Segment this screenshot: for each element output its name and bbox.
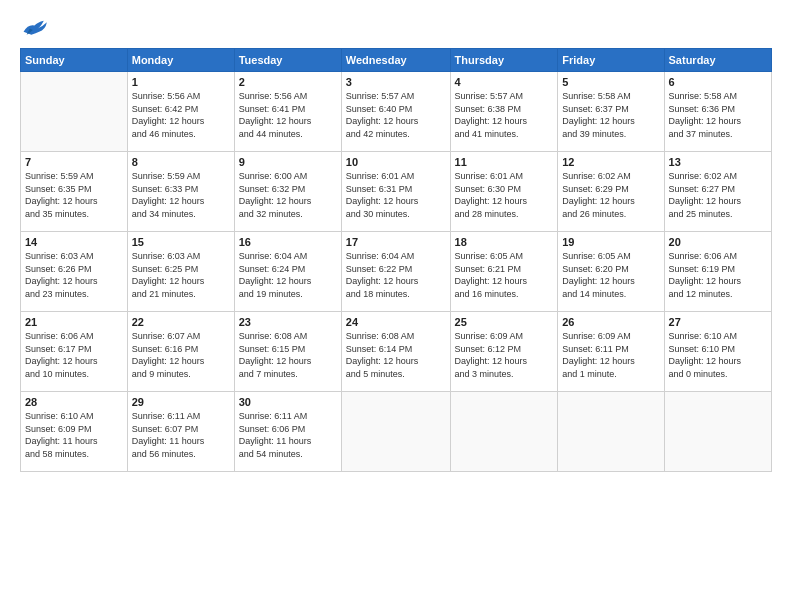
day-cell: 11Sunrise: 6:01 AMSunset: 6:30 PMDayligh… xyxy=(450,152,558,232)
day-info: Sunrise: 6:02 AMSunset: 6:27 PMDaylight:… xyxy=(669,170,767,220)
day-number: 2 xyxy=(239,76,337,88)
day-cell: 14Sunrise: 6:03 AMSunset: 6:26 PMDayligh… xyxy=(21,232,128,312)
day-cell: 17Sunrise: 6:04 AMSunset: 6:22 PMDayligh… xyxy=(341,232,450,312)
header-day-friday: Friday xyxy=(558,49,664,72)
day-cell: 4Sunrise: 5:57 AMSunset: 6:38 PMDaylight… xyxy=(450,72,558,152)
week-row-2: 14Sunrise: 6:03 AMSunset: 6:26 PMDayligh… xyxy=(21,232,772,312)
day-cell: 30Sunrise: 6:11 AMSunset: 6:06 PMDayligh… xyxy=(234,392,341,472)
header-day-monday: Monday xyxy=(127,49,234,72)
day-number: 22 xyxy=(132,316,230,328)
day-cell xyxy=(664,392,771,472)
day-cell: 18Sunrise: 6:05 AMSunset: 6:21 PMDayligh… xyxy=(450,232,558,312)
day-info: Sunrise: 6:11 AMSunset: 6:06 PMDaylight:… xyxy=(239,410,337,460)
day-number: 29 xyxy=(132,396,230,408)
day-cell xyxy=(21,72,128,152)
day-info: Sunrise: 6:04 AMSunset: 6:24 PMDaylight:… xyxy=(239,250,337,300)
day-number: 8 xyxy=(132,156,230,168)
day-info: Sunrise: 6:03 AMSunset: 6:25 PMDaylight:… xyxy=(132,250,230,300)
day-info: Sunrise: 5:57 AMSunset: 6:38 PMDaylight:… xyxy=(455,90,554,140)
day-cell: 26Sunrise: 6:09 AMSunset: 6:11 PMDayligh… xyxy=(558,312,664,392)
day-cell xyxy=(341,392,450,472)
day-info: Sunrise: 6:06 AMSunset: 6:17 PMDaylight:… xyxy=(25,330,123,380)
day-number: 14 xyxy=(25,236,123,248)
day-number: 15 xyxy=(132,236,230,248)
day-info: Sunrise: 6:08 AMSunset: 6:15 PMDaylight:… xyxy=(239,330,337,380)
day-info: Sunrise: 6:05 AMSunset: 6:20 PMDaylight:… xyxy=(562,250,659,300)
day-cell: 6Sunrise: 5:58 AMSunset: 6:36 PMDaylight… xyxy=(664,72,771,152)
week-row-0: 1Sunrise: 5:56 AMSunset: 6:42 PMDaylight… xyxy=(21,72,772,152)
day-cell xyxy=(558,392,664,472)
day-cell: 5Sunrise: 5:58 AMSunset: 6:37 PMDaylight… xyxy=(558,72,664,152)
day-number: 5 xyxy=(562,76,659,88)
day-number: 13 xyxy=(669,156,767,168)
day-info: Sunrise: 6:10 AMSunset: 6:09 PMDaylight:… xyxy=(25,410,123,460)
day-info: Sunrise: 6:01 AMSunset: 6:30 PMDaylight:… xyxy=(455,170,554,220)
day-info: Sunrise: 6:01 AMSunset: 6:31 PMDaylight:… xyxy=(346,170,446,220)
week-row-3: 21Sunrise: 6:06 AMSunset: 6:17 PMDayligh… xyxy=(21,312,772,392)
header-day-wednesday: Wednesday xyxy=(341,49,450,72)
logo xyxy=(20,16,50,38)
week-row-1: 7Sunrise: 5:59 AMSunset: 6:35 PMDaylight… xyxy=(21,152,772,232)
day-number: 9 xyxy=(239,156,337,168)
day-info: Sunrise: 6:11 AMSunset: 6:07 PMDaylight:… xyxy=(132,410,230,460)
day-number: 28 xyxy=(25,396,123,408)
day-cell: 16Sunrise: 6:04 AMSunset: 6:24 PMDayligh… xyxy=(234,232,341,312)
day-number: 21 xyxy=(25,316,123,328)
day-cell xyxy=(450,392,558,472)
day-cell: 8Sunrise: 5:59 AMSunset: 6:33 PMDaylight… xyxy=(127,152,234,232)
day-cell: 21Sunrise: 6:06 AMSunset: 6:17 PMDayligh… xyxy=(21,312,128,392)
day-cell: 2Sunrise: 5:56 AMSunset: 6:41 PMDaylight… xyxy=(234,72,341,152)
day-cell: 29Sunrise: 6:11 AMSunset: 6:07 PMDayligh… xyxy=(127,392,234,472)
day-info: Sunrise: 6:07 AMSunset: 6:16 PMDaylight:… xyxy=(132,330,230,380)
day-info: Sunrise: 5:58 AMSunset: 6:36 PMDaylight:… xyxy=(669,90,767,140)
day-cell: 10Sunrise: 6:01 AMSunset: 6:31 PMDayligh… xyxy=(341,152,450,232)
day-number: 18 xyxy=(455,236,554,248)
day-number: 20 xyxy=(669,236,767,248)
day-number: 10 xyxy=(346,156,446,168)
day-number: 6 xyxy=(669,76,767,88)
day-info: Sunrise: 6:04 AMSunset: 6:22 PMDaylight:… xyxy=(346,250,446,300)
day-info: Sunrise: 6:08 AMSunset: 6:14 PMDaylight:… xyxy=(346,330,446,380)
header-row: SundayMondayTuesdayWednesdayThursdayFrid… xyxy=(21,49,772,72)
logo-bird-icon xyxy=(22,16,50,38)
day-cell: 1Sunrise: 5:56 AMSunset: 6:42 PMDaylight… xyxy=(127,72,234,152)
calendar-header: SundayMondayTuesdayWednesdayThursdayFrid… xyxy=(21,49,772,72)
day-info: Sunrise: 6:03 AMSunset: 6:26 PMDaylight:… xyxy=(25,250,123,300)
week-row-4: 28Sunrise: 6:10 AMSunset: 6:09 PMDayligh… xyxy=(21,392,772,472)
header xyxy=(20,16,772,38)
day-info: Sunrise: 5:59 AMSunset: 6:35 PMDaylight:… xyxy=(25,170,123,220)
day-info: Sunrise: 6:00 AMSunset: 6:32 PMDaylight:… xyxy=(239,170,337,220)
day-number: 16 xyxy=(239,236,337,248)
day-cell: 9Sunrise: 6:00 AMSunset: 6:32 PMDaylight… xyxy=(234,152,341,232)
day-cell: 3Sunrise: 5:57 AMSunset: 6:40 PMDaylight… xyxy=(341,72,450,152)
calendar-body: 1Sunrise: 5:56 AMSunset: 6:42 PMDaylight… xyxy=(21,72,772,472)
day-number: 11 xyxy=(455,156,554,168)
day-info: Sunrise: 6:09 AMSunset: 6:11 PMDaylight:… xyxy=(562,330,659,380)
day-number: 4 xyxy=(455,76,554,88)
page: SundayMondayTuesdayWednesdayThursdayFrid… xyxy=(0,0,792,612)
day-cell: 20Sunrise: 6:06 AMSunset: 6:19 PMDayligh… xyxy=(664,232,771,312)
day-number: 17 xyxy=(346,236,446,248)
day-info: Sunrise: 6:09 AMSunset: 6:12 PMDaylight:… xyxy=(455,330,554,380)
day-info: Sunrise: 6:05 AMSunset: 6:21 PMDaylight:… xyxy=(455,250,554,300)
day-cell: 25Sunrise: 6:09 AMSunset: 6:12 PMDayligh… xyxy=(450,312,558,392)
day-cell: 7Sunrise: 5:59 AMSunset: 6:35 PMDaylight… xyxy=(21,152,128,232)
day-number: 23 xyxy=(239,316,337,328)
header-day-tuesday: Tuesday xyxy=(234,49,341,72)
header-day-sunday: Sunday xyxy=(21,49,128,72)
day-number: 19 xyxy=(562,236,659,248)
day-cell: 24Sunrise: 6:08 AMSunset: 6:14 PMDayligh… xyxy=(341,312,450,392)
day-cell: 13Sunrise: 6:02 AMSunset: 6:27 PMDayligh… xyxy=(664,152,771,232)
day-number: 26 xyxy=(562,316,659,328)
day-number: 3 xyxy=(346,76,446,88)
header-day-saturday: Saturday xyxy=(664,49,771,72)
day-number: 30 xyxy=(239,396,337,408)
day-number: 7 xyxy=(25,156,123,168)
day-number: 27 xyxy=(669,316,767,328)
day-cell: 23Sunrise: 6:08 AMSunset: 6:15 PMDayligh… xyxy=(234,312,341,392)
day-cell: 27Sunrise: 6:10 AMSunset: 6:10 PMDayligh… xyxy=(664,312,771,392)
day-number: 12 xyxy=(562,156,659,168)
day-cell: 15Sunrise: 6:03 AMSunset: 6:25 PMDayligh… xyxy=(127,232,234,312)
day-info: Sunrise: 5:56 AMSunset: 6:42 PMDaylight:… xyxy=(132,90,230,140)
day-number: 24 xyxy=(346,316,446,328)
